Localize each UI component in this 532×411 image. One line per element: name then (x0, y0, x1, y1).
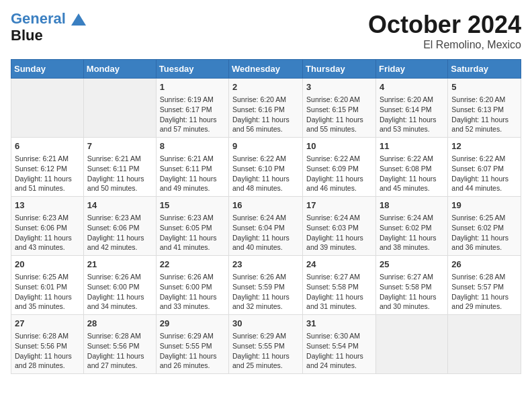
sunrise-text: Sunrise: 6:24 AM (232, 213, 299, 223)
sunset-text: Sunset: 6:00 PM (87, 282, 152, 292)
sunset-text: Sunset: 6:06 PM (15, 223, 80, 233)
sunset-text: Sunset: 6:03 PM (306, 223, 372, 233)
month-title: October 2024 (368, 11, 521, 39)
day-number: 14 (87, 199, 152, 212)
calendar-cell: 7Sunrise: 6:21 AMSunset: 6:11 PMDaylight… (83, 138, 156, 197)
header-friday: Friday (375, 60, 447, 79)
sunrise-text: Sunrise: 6:25 AM (15, 272, 80, 282)
day-number: 27 (15, 318, 80, 330)
daylight-text: Daylight: 11 hours and 33 minutes. (160, 292, 225, 312)
daylight-text: Daylight: 11 hours and 24 minutes. (306, 351, 372, 371)
sunrise-text: Sunrise: 6:22 AM (380, 154, 444, 164)
daylight-text: Daylight: 11 hours and 29 minutes. (451, 292, 517, 312)
calendar-cell: 15Sunrise: 6:23 AMSunset: 6:05 PMDayligh… (156, 197, 228, 256)
sunset-text: Sunset: 6:02 PM (451, 223, 517, 233)
sunrise-text: Sunrise: 6:28 AM (451, 272, 517, 282)
daylight-text: Daylight: 11 hours and 39 minutes. (306, 233, 372, 253)
daylight-text: Daylight: 11 hours and 55 minutes. (306, 115, 372, 134)
sunset-text: Sunset: 6:11 PM (87, 164, 152, 174)
sunrise-text: Sunrise: 6:23 AM (15, 213, 80, 223)
sunset-text: Sunset: 6:09 PM (306, 164, 372, 174)
daylight-text: Daylight: 11 hours and 46 minutes. (306, 174, 372, 193)
calendar-cell: 12Sunrise: 6:22 AMSunset: 6:07 PMDayligh… (448, 138, 521, 197)
sunset-text: Sunset: 6:01 PM (15, 282, 80, 292)
header-saturday: Saturday (448, 60, 521, 79)
logo: General Blue (11, 11, 87, 44)
calendar-week-row: 20Sunrise: 6:25 AMSunset: 6:01 PMDayligh… (11, 256, 521, 315)
day-number: 11 (380, 140, 444, 152)
sunrise-text: Sunrise: 6:28 AM (15, 331, 80, 341)
sunset-text: Sunset: 6:11 PM (160, 164, 225, 174)
calendar-week-row: 13Sunrise: 6:23 AMSunset: 6:06 PMDayligh… (11, 197, 521, 256)
daylight-text: Daylight: 11 hours and 25 minutes. (232, 351, 299, 371)
header-sunday: Sunday (11, 60, 84, 79)
day-number: 3 (306, 81, 372, 93)
sunset-text: Sunset: 5:58 PM (306, 282, 372, 292)
daylight-text: Daylight: 11 hours and 35 minutes. (15, 292, 80, 312)
daylight-text: Daylight: 11 hours and 52 minutes. (451, 115, 517, 134)
sunrise-text: Sunrise: 6:29 AM (232, 331, 299, 341)
sunrise-text: Sunrise: 6:26 AM (232, 272, 299, 282)
calendar-cell: 30Sunrise: 6:29 AMSunset: 5:55 PMDayligh… (229, 315, 303, 374)
page-header: General Blue October 2024 El Remolino, M… (11, 11, 521, 51)
daylight-text: Daylight: 11 hours and 45 minutes. (380, 174, 444, 193)
sunset-text: Sunset: 6:05 PM (160, 223, 225, 233)
calendar-cell: 28Sunrise: 6:28 AMSunset: 5:56 PMDayligh… (83, 315, 156, 374)
day-number: 6 (15, 140, 80, 152)
daylight-text: Daylight: 11 hours and 30 minutes. (380, 292, 444, 312)
sunrise-text: Sunrise: 6:24 AM (380, 213, 444, 223)
calendar-cell: 4Sunrise: 6:20 AMSunset: 6:14 PMDaylight… (375, 79, 447, 138)
sunrise-text: Sunrise: 6:28 AM (87, 331, 152, 341)
day-number: 10 (306, 140, 372, 152)
calendar-cell: 21Sunrise: 6:26 AMSunset: 6:00 PMDayligh… (83, 256, 156, 315)
day-number: 22 (160, 259, 225, 271)
sunrise-text: Sunrise: 6:22 AM (232, 154, 299, 164)
sunset-text: Sunset: 5:54 PM (306, 341, 372, 351)
calendar-cell: 22Sunrise: 6:26 AMSunset: 6:00 PMDayligh… (156, 256, 228, 315)
sunrise-text: Sunrise: 6:21 AM (15, 154, 80, 164)
day-number: 17 (306, 199, 372, 212)
day-number: 21 (87, 259, 152, 271)
sunset-text: Sunset: 6:00 PM (160, 282, 225, 292)
day-number: 24 (306, 259, 372, 271)
day-number: 31 (306, 318, 372, 330)
sunset-text: Sunset: 5:58 PM (380, 282, 444, 292)
day-number: 15 (160, 199, 225, 212)
title-block: October 2024 El Remolino, Mexico (368, 11, 521, 51)
calendar-week-row: 1Sunrise: 6:19 AMSunset: 6:17 PMDaylight… (11, 79, 521, 138)
header-tuesday: Tuesday (156, 60, 228, 79)
daylight-text: Daylight: 11 hours and 50 minutes. (87, 174, 152, 193)
calendar-cell (83, 79, 156, 138)
daylight-text: Daylight: 11 hours and 31 minutes. (306, 292, 372, 312)
day-number: 7 (87, 140, 152, 152)
day-number: 1 (160, 81, 225, 93)
sunrise-text: Sunrise: 6:23 AM (160, 213, 225, 223)
sunrise-text: Sunrise: 6:27 AM (306, 272, 372, 282)
day-number: 18 (380, 199, 444, 212)
calendar-cell: 13Sunrise: 6:23 AMSunset: 6:06 PMDayligh… (11, 197, 84, 256)
sunrise-text: Sunrise: 6:24 AM (306, 213, 372, 223)
sunset-text: Sunset: 6:14 PM (380, 105, 444, 115)
calendar-cell: 14Sunrise: 6:23 AMSunset: 6:06 PMDayligh… (83, 197, 156, 256)
sunset-text: Sunset: 6:12 PM (15, 164, 80, 174)
calendar-cell: 25Sunrise: 6:27 AMSunset: 5:58 PMDayligh… (375, 256, 447, 315)
calendar-cell: 3Sunrise: 6:20 AMSunset: 6:15 PMDaylight… (303, 79, 376, 138)
calendar-week-row: 27Sunrise: 6:28 AMSunset: 5:56 PMDayligh… (11, 315, 521, 374)
sunrise-text: Sunrise: 6:22 AM (306, 154, 372, 164)
sunrise-text: Sunrise: 6:21 AM (160, 154, 225, 164)
daylight-text: Daylight: 11 hours and 32 minutes. (232, 292, 299, 312)
sunset-text: Sunset: 5:56 PM (87, 341, 152, 351)
calendar-cell: 10Sunrise: 6:22 AMSunset: 6:09 PMDayligh… (303, 138, 376, 197)
day-number: 20 (15, 259, 80, 271)
sunset-text: Sunset: 6:16 PM (232, 105, 299, 115)
day-number: 30 (232, 318, 299, 330)
calendar-cell: 23Sunrise: 6:26 AMSunset: 5:59 PMDayligh… (229, 256, 303, 315)
sunset-text: Sunset: 6:08 PM (380, 164, 444, 174)
calendar-cell: 6Sunrise: 6:21 AMSunset: 6:12 PMDaylight… (11, 138, 84, 197)
header-thursday: Thursday (303, 60, 376, 79)
calendar-header-row: SundayMondayTuesdayWednesdayThursdayFrid… (11, 60, 521, 79)
daylight-text: Daylight: 11 hours and 56 minutes. (232, 115, 299, 134)
calendar-cell: 19Sunrise: 6:25 AMSunset: 6:02 PMDayligh… (448, 197, 521, 256)
sunrise-text: Sunrise: 6:21 AM (87, 154, 152, 164)
sunrise-text: Sunrise: 6:27 AM (380, 272, 444, 282)
